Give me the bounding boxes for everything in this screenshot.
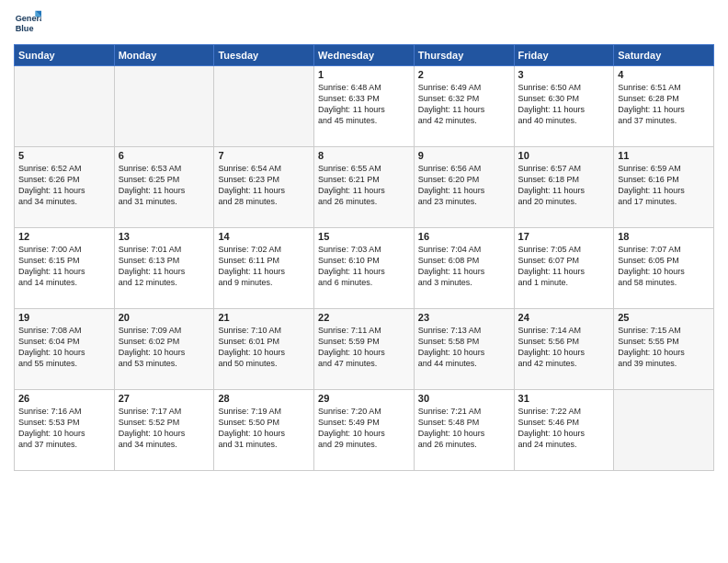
cell-content: Sunrise: 7:19 AM Sunset: 5:50 PM Dayligh… bbox=[218, 406, 310, 451]
cell-content: Sunrise: 6:54 AM Sunset: 6:23 PM Dayligh… bbox=[218, 163, 310, 208]
week-row-1: 1Sunrise: 6:48 AM Sunset: 6:33 PM Daylig… bbox=[15, 66, 714, 147]
cell-content: Sunrise: 7:09 AM Sunset: 6:02 PM Dayligh… bbox=[119, 325, 210, 370]
day-number: 31 bbox=[518, 393, 610, 404]
calendar-cell: 24Sunrise: 7:14 AM Sunset: 5:56 PM Dayli… bbox=[514, 309, 614, 390]
svg-text:Blue: Blue bbox=[16, 24, 34, 33]
day-number: 1 bbox=[318, 69, 410, 80]
calendar-cell: 3Sunrise: 6:50 AM Sunset: 6:30 PM Daylig… bbox=[514, 66, 614, 147]
calendar-cell: 21Sunrise: 7:10 AM Sunset: 6:01 PM Dayli… bbox=[214, 309, 314, 390]
day-number: 20 bbox=[119, 312, 210, 323]
cell-content: Sunrise: 7:11 AM Sunset: 5:59 PM Dayligh… bbox=[318, 325, 410, 370]
cell-content: Sunrise: 6:48 AM Sunset: 6:33 PM Dayligh… bbox=[318, 82, 410, 127]
cell-content: Sunrise: 7:07 AM Sunset: 6:05 PM Dayligh… bbox=[618, 244, 710, 289]
calendar-cell bbox=[214, 66, 314, 147]
cell-content: Sunrise: 6:56 AM Sunset: 6:20 PM Dayligh… bbox=[418, 163, 510, 208]
weekday-header-friday: Friday bbox=[514, 45, 614, 66]
calendar-cell: 4Sunrise: 6:51 AM Sunset: 6:28 PM Daylig… bbox=[614, 66, 714, 147]
day-number: 25 bbox=[618, 312, 710, 323]
calendar-cell: 14Sunrise: 7:02 AM Sunset: 6:11 PM Dayli… bbox=[214, 228, 314, 309]
week-row-2: 5Sunrise: 6:52 AM Sunset: 6:26 PM Daylig… bbox=[15, 147, 714, 228]
cell-content: Sunrise: 7:20 AM Sunset: 5:49 PM Dayligh… bbox=[318, 406, 410, 451]
calendar-cell: 12Sunrise: 7:00 AM Sunset: 6:15 PM Dayli… bbox=[15, 228, 115, 309]
day-number: 13 bbox=[119, 231, 210, 242]
cell-content: Sunrise: 7:15 AM Sunset: 5:55 PM Dayligh… bbox=[618, 325, 710, 370]
day-number: 27 bbox=[119, 393, 210, 404]
cell-content: Sunrise: 7:10 AM Sunset: 6:01 PM Dayligh… bbox=[218, 325, 310, 370]
calendar-cell: 5Sunrise: 6:52 AM Sunset: 6:26 PM Daylig… bbox=[15, 147, 115, 228]
cell-content: Sunrise: 7:22 AM Sunset: 5:46 PM Dayligh… bbox=[518, 406, 610, 451]
cell-content: Sunrise: 7:04 AM Sunset: 6:08 PM Dayligh… bbox=[418, 244, 510, 289]
cell-content: Sunrise: 7:08 AM Sunset: 6:04 PM Dayligh… bbox=[18, 325, 110, 370]
day-number: 23 bbox=[418, 312, 510, 323]
day-number: 8 bbox=[318, 150, 410, 161]
cell-content: Sunrise: 6:49 AM Sunset: 6:32 PM Dayligh… bbox=[418, 82, 510, 127]
cell-content: Sunrise: 7:14 AM Sunset: 5:56 PM Dayligh… bbox=[518, 325, 610, 370]
calendar-cell: 10Sunrise: 6:57 AM Sunset: 6:18 PM Dayli… bbox=[514, 147, 614, 228]
weekday-header-thursday: Thursday bbox=[414, 45, 514, 66]
logo-icon: General Blue bbox=[14, 9, 41, 37]
day-number: 5 bbox=[18, 150, 110, 161]
day-number: 14 bbox=[218, 231, 310, 242]
day-number: 16 bbox=[418, 231, 510, 242]
calendar-cell: 2Sunrise: 6:49 AM Sunset: 6:32 PM Daylig… bbox=[414, 66, 514, 147]
calendar-cell: 25Sunrise: 7:15 AM Sunset: 5:55 PM Dayli… bbox=[614, 309, 714, 390]
day-number: 12 bbox=[18, 231, 110, 242]
calendar-cell: 6Sunrise: 6:53 AM Sunset: 6:25 PM Daylig… bbox=[114, 147, 214, 228]
calendar-cell bbox=[614, 390, 714, 471]
cell-content: Sunrise: 7:16 AM Sunset: 5:53 PM Dayligh… bbox=[18, 406, 110, 451]
calendar-cell: 1Sunrise: 6:48 AM Sunset: 6:33 PM Daylig… bbox=[314, 66, 415, 147]
cell-content: Sunrise: 6:55 AM Sunset: 6:21 PM Dayligh… bbox=[318, 163, 410, 208]
header: General Blue bbox=[14, 9, 714, 37]
calendar-cell: 28Sunrise: 7:19 AM Sunset: 5:50 PM Dayli… bbox=[214, 390, 314, 471]
day-number: 18 bbox=[618, 231, 710, 242]
calendar-cell bbox=[114, 66, 214, 147]
calendar-cell: 11Sunrise: 6:59 AM Sunset: 6:16 PM Dayli… bbox=[614, 147, 714, 228]
calendar-cell: 23Sunrise: 7:13 AM Sunset: 5:58 PM Dayli… bbox=[414, 309, 514, 390]
day-number: 28 bbox=[218, 393, 310, 404]
day-number: 6 bbox=[119, 150, 210, 161]
day-number: 30 bbox=[418, 393, 510, 404]
cell-content: Sunrise: 7:01 AM Sunset: 6:13 PM Dayligh… bbox=[119, 244, 210, 289]
calendar-cell bbox=[15, 66, 115, 147]
cell-content: Sunrise: 7:03 AM Sunset: 6:10 PM Dayligh… bbox=[318, 244, 410, 289]
day-number: 29 bbox=[318, 393, 410, 404]
weekday-header-monday: Monday bbox=[114, 45, 214, 66]
calendar-cell: 26Sunrise: 7:16 AM Sunset: 5:53 PM Dayli… bbox=[15, 390, 115, 471]
weekday-header-sunday: Sunday bbox=[15, 45, 115, 66]
cell-content: Sunrise: 7:02 AM Sunset: 6:11 PM Dayligh… bbox=[218, 244, 310, 289]
calendar-cell: 17Sunrise: 7:05 AM Sunset: 6:07 PM Dayli… bbox=[514, 228, 614, 309]
cell-content: Sunrise: 6:52 AM Sunset: 6:26 PM Dayligh… bbox=[18, 163, 110, 208]
cell-content: Sunrise: 6:53 AM Sunset: 6:25 PM Dayligh… bbox=[119, 163, 210, 208]
cell-content: Sunrise: 7:17 AM Sunset: 5:52 PM Dayligh… bbox=[119, 406, 210, 451]
calendar-cell: 18Sunrise: 7:07 AM Sunset: 6:05 PM Dayli… bbox=[614, 228, 714, 309]
calendar-cell: 29Sunrise: 7:20 AM Sunset: 5:49 PM Dayli… bbox=[314, 390, 415, 471]
day-number: 19 bbox=[18, 312, 110, 323]
cell-content: Sunrise: 6:51 AM Sunset: 6:28 PM Dayligh… bbox=[618, 82, 710, 127]
week-row-4: 19Sunrise: 7:08 AM Sunset: 6:04 PM Dayli… bbox=[15, 309, 714, 390]
calendar-cell: 19Sunrise: 7:08 AM Sunset: 6:04 PM Dayli… bbox=[15, 309, 115, 390]
calendar: SundayMondayTuesdayWednesdayThursdayFrid… bbox=[14, 44, 714, 471]
weekday-header-saturday: Saturday bbox=[614, 45, 714, 66]
calendar-cell: 31Sunrise: 7:22 AM Sunset: 5:46 PM Dayli… bbox=[514, 390, 614, 471]
day-number: 22 bbox=[318, 312, 410, 323]
cell-content: Sunrise: 6:59 AM Sunset: 6:16 PM Dayligh… bbox=[618, 163, 710, 208]
cell-content: Sunrise: 7:05 AM Sunset: 6:07 PM Dayligh… bbox=[518, 244, 610, 289]
day-number: 3 bbox=[518, 69, 610, 80]
calendar-cell: 27Sunrise: 7:17 AM Sunset: 5:52 PM Dayli… bbox=[114, 390, 214, 471]
calendar-cell: 9Sunrise: 6:56 AM Sunset: 6:20 PM Daylig… bbox=[414, 147, 514, 228]
day-number: 9 bbox=[418, 150, 510, 161]
week-row-5: 26Sunrise: 7:16 AM Sunset: 5:53 PM Dayli… bbox=[15, 390, 714, 471]
day-number: 4 bbox=[618, 69, 710, 80]
calendar-cell: 13Sunrise: 7:01 AM Sunset: 6:13 PM Dayli… bbox=[114, 228, 214, 309]
cell-content: Sunrise: 7:21 AM Sunset: 5:48 PM Dayligh… bbox=[418, 406, 510, 451]
weekday-header-wednesday: Wednesday bbox=[314, 45, 415, 66]
day-number: 7 bbox=[218, 150, 310, 161]
cell-content: Sunrise: 7:13 AM Sunset: 5:58 PM Dayligh… bbox=[418, 325, 510, 370]
logo: General Blue bbox=[14, 9, 41, 37]
week-row-3: 12Sunrise: 7:00 AM Sunset: 6:15 PM Dayli… bbox=[15, 228, 714, 309]
weekday-header-tuesday: Tuesday bbox=[214, 45, 314, 66]
calendar-cell: 15Sunrise: 7:03 AM Sunset: 6:10 PM Dayli… bbox=[314, 228, 415, 309]
calendar-cell: 16Sunrise: 7:04 AM Sunset: 6:08 PM Dayli… bbox=[414, 228, 514, 309]
calendar-cell: 20Sunrise: 7:09 AM Sunset: 6:02 PM Dayli… bbox=[114, 309, 214, 390]
day-number: 11 bbox=[618, 150, 710, 161]
